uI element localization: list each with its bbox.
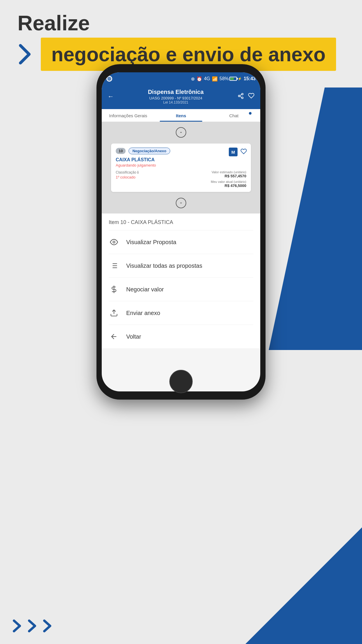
content-gray-area: 10 Negociação/Anexo M CAIXA PLÁSTICA Agu…: [102, 122, 260, 214]
menu-item-visualizar-proposta[interactable]: Visualizar Proposta: [109, 230, 253, 254]
tab-chat-label: Chat: [229, 113, 238, 118]
battery-fill: [230, 78, 234, 80]
battery-percent: 58%: [219, 76, 229, 81]
back-arrow-icon: [109, 331, 119, 342]
status-bar-left: [106, 72, 112, 85]
banner-text: negociação e envio de anexo: [51, 43, 326, 65]
menu-label-enviar-anexo: Enviar anexo: [126, 310, 160, 316]
item-prices: Valor estimado (unitário) R$ 557,4570 Me…: [211, 170, 246, 188]
tab-informacoes[interactable]: Informações Gerais: [102, 109, 154, 122]
item-rank: 1º colocado: [116, 175, 139, 179]
app-header-center: Dispensa Eletrônica UASG 200999 - Nº 930…: [114, 89, 238, 104]
share-icon[interactable]: [238, 93, 244, 101]
upload-icon: [109, 308, 119, 318]
tab-itens[interactable]: Itens: [154, 109, 207, 122]
chat-notification-dot: [249, 112, 252, 115]
header-icons: [238, 92, 254, 101]
estimated-value: R$ 557,4570: [211, 174, 246, 178]
item-badges: 10 Negociação/Anexo: [116, 148, 246, 154]
estimated-label: Valor estimado (unitário): [211, 170, 246, 174]
svg-line-3: [240, 96, 242, 97]
current-value: R$ 476,5000: [211, 183, 246, 188]
item-negociacao-badge: Negociação/Anexo: [129, 148, 170, 154]
bottom-menu: Item 10 - CAIXA PLÁSTICA Visualizar Prop…: [102, 214, 260, 348]
time-label: 15:43: [244, 76, 256, 81]
item-status: Aguardando julgamento: [116, 163, 246, 167]
back-button[interactable]: ←: [108, 93, 114, 100]
app-title: Dispensa Eletrônica: [114, 89, 238, 95]
battery-bar: [229, 77, 237, 81]
chevron-icon: [17, 43, 35, 66]
m-button[interactable]: M: [229, 148, 238, 156]
dollar-icon: [109, 284, 119, 295]
app-subtitle2: Lei 14.133/2021: [114, 100, 238, 104]
menu-label-visualizar-proposta: Visualizar Proposta: [126, 239, 176, 246]
menu-label-voltar: Voltar: [126, 333, 141, 340]
tab-itens-label: Itens: [176, 113, 186, 118]
network-label: 4G: [204, 76, 210, 81]
svg-point-1: [238, 95, 240, 97]
current-label: Meu valor atual (unitário): [211, 180, 246, 183]
classification-label: Classificação ℹ: [116, 170, 139, 174]
menu-label-negociar-valor: Negociar valor: [126, 286, 164, 293]
item-name: CAIXA PLÁSTICA: [116, 157, 246, 162]
svg-point-5: [113, 241, 115, 243]
app-subtitle1: UASG 200999 - Nº 93017/2024: [114, 96, 238, 100]
phone-screen: ⊗ ⏰ 4G 📶 58% ⚡ 15:43 ←: [102, 72, 260, 391]
header-area: Realize negociação e envio de anexo: [17, 12, 336, 71]
realize-label: Realize: [17, 12, 336, 35]
dropdown-circle-down[interactable]: [176, 198, 186, 208]
item-card: 10 Negociação/Anexo M CAIXA PLÁSTICA Agu…: [111, 144, 251, 192]
dropdown-up-button[interactable]: [106, 125, 256, 140]
bottom-chevrons: [12, 620, 52, 632]
status-icons: ⊗ ⏰ 4G 📶 58% ⚡ 15:43: [191, 76, 256, 82]
menu-item-enviar-anexo[interactable]: Enviar anexo: [109, 301, 253, 325]
charging-icon: ⚡: [238, 77, 242, 81]
status-circle-icon: [106, 76, 112, 82]
item-classification-col: Classificação ℹ 1º colocado: [116, 170, 139, 179]
menu-item-negociar-valor[interactable]: Negociar valor: [109, 278, 253, 301]
tab-bar: Informações Gerais Itens Chat: [102, 109, 260, 122]
app-header: ← Dispensa Eletrônica UASG 200999 - Nº 9…: [102, 85, 260, 109]
tab-chat[interactable]: Chat: [208, 109, 260, 122]
phone-home-button[interactable]: [169, 370, 193, 393]
chevron-bottom-1: [12, 620, 22, 632]
menu-item-visualizar-todas[interactable]: Visualizar todas as propostas: [109, 254, 253, 278]
svg-line-4: [240, 94, 242, 95]
tab-informacoes-label: Informações Gerais: [109, 113, 147, 118]
phone-wrapper: ⊗ ⏰ 4G 📶 58% ⚡ 15:43 ←: [96, 64, 266, 400]
svg-point-0: [242, 93, 243, 95]
phone-shell: ⊗ ⏰ 4G 📶 58% ⚡ 15:43 ←: [96, 64, 266, 400]
chevron-bottom-2: [27, 620, 37, 632]
favorite-icon[interactable]: [248, 92, 254, 101]
chevron-bottom-3: [42, 620, 52, 632]
dropdown-circle-up[interactable]: [176, 127, 186, 138]
menu-item-voltar[interactable]: Voltar: [109, 325, 253, 348]
item-favorite-icon[interactable]: [240, 148, 247, 156]
item-values-row: Classificação ℹ 1º colocado Valor estima…: [116, 170, 246, 188]
alarm-icon: ⏰: [196, 76, 202, 82]
signal-icon: 📶: [212, 76, 218, 82]
bottom-menu-title: Item 10 - CAIXA PLÁSTICA: [109, 214, 253, 230]
battery-indicator: 58% ⚡: [219, 76, 242, 81]
sim-icon: ⊗: [191, 76, 195, 82]
item-card-actions: M: [229, 148, 247, 156]
svg-point-2: [242, 97, 243, 99]
eye-icon: [109, 237, 119, 247]
menu-label-visualizar-todas: Visualizar todas as propostas: [126, 262, 202, 269]
dropdown-down-button[interactable]: [106, 195, 256, 211]
status-bar: ⊗ ⏰ 4G 📶 58% ⚡ 15:43: [102, 72, 260, 85]
item-number-badge: 10: [116, 148, 126, 154]
list-icon: [109, 260, 119, 271]
